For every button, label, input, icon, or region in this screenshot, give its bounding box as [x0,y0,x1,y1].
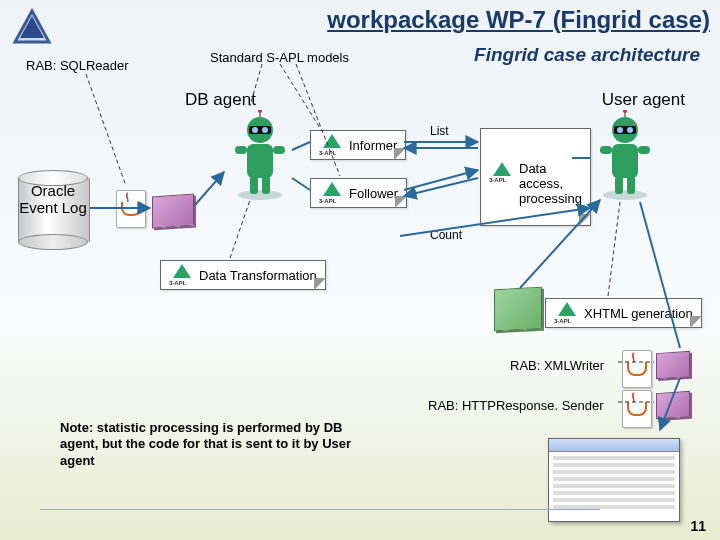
slide-logo [12,8,52,48]
svg-line-36 [404,170,478,190]
java-icon-xmlwriter [622,350,652,388]
xhtml-gen-label: XHTML generation [584,306,693,321]
svg-point-23 [627,127,633,133]
svg-rect-17 [638,146,650,154]
db-agent-icon [225,110,295,200]
data-access-note: 3-APL Data access, processing [480,128,591,226]
sapl-icon: 3-APL [169,264,195,286]
svg-point-2 [238,190,282,200]
list-label: List [430,124,449,138]
rab-httpresp-label: RAB: HTTPResponse. Sender [428,398,604,413]
follower-label: Follower [349,186,398,201]
data-transform-label: Data Transformation [199,268,317,283]
svg-rect-15 [612,144,638,178]
page-number: 11 [690,518,706,534]
svg-rect-6 [250,176,258,194]
svg-rect-16 [600,146,612,154]
java-icon-db [116,190,146,228]
xmlwriter-box [656,351,690,379]
rab-xmlwriter-label: RAB: XMLWriter [510,358,604,373]
sapl-icon: 3-APL [319,134,345,156]
svg-point-10 [252,127,258,133]
footer-divider [40,509,600,510]
svg-line-29 [86,74,126,186]
oracle-label: Oracle Event Log [14,182,92,216]
xhtml-component-box [494,287,542,332]
svg-rect-5 [273,146,285,154]
svg-point-11 [262,127,268,133]
count-label: Count [430,228,462,242]
svg-rect-3 [247,144,273,178]
svg-rect-4 [235,146,247,154]
svg-rect-19 [627,176,635,194]
svg-line-40 [230,200,250,258]
java-icon-httpresp [622,390,652,428]
svg-rect-7 [262,176,270,194]
sapl-icon: 3-APL [554,302,580,324]
slide-note: Note: statistic processing is performed … [60,420,360,469]
slide-title: workpackage WP-7 (Fingrid case) [200,6,710,34]
db-agent-label: DB agent [185,90,256,110]
sapl-icon: 3-APL [319,182,345,204]
httpresp-box [656,391,690,419]
sapl-icon: 3-APL [489,162,515,184]
informer-label: Informer [349,138,397,153]
svg-point-25 [623,110,627,113]
svg-point-13 [258,110,262,113]
data-access-label: Data access, processing [519,162,582,207]
svg-line-37 [404,178,478,196]
follower-note: 3-APL Follower [310,178,407,208]
informer-note: 3-APL Informer [310,130,406,160]
user-agent-label: User agent [602,90,685,110]
svg-line-41 [608,202,620,296]
data-transform-note: 3-APL Data Transformation [160,260,326,290]
slide-subtitle: Fingrid case architecture [474,44,700,66]
rab-sqlreader-label: RAB: SQLReader [26,58,129,73]
xhtml-gen-note: 3-APL XHTML generation [545,298,702,328]
svg-rect-18 [615,176,623,194]
std-models-label: Standard S-APL models [210,50,349,65]
component-box-db [152,194,194,229]
user-agent-icon [590,110,660,200]
svg-point-14 [603,190,647,200]
svg-line-31 [195,172,224,205]
svg-point-22 [617,127,623,133]
